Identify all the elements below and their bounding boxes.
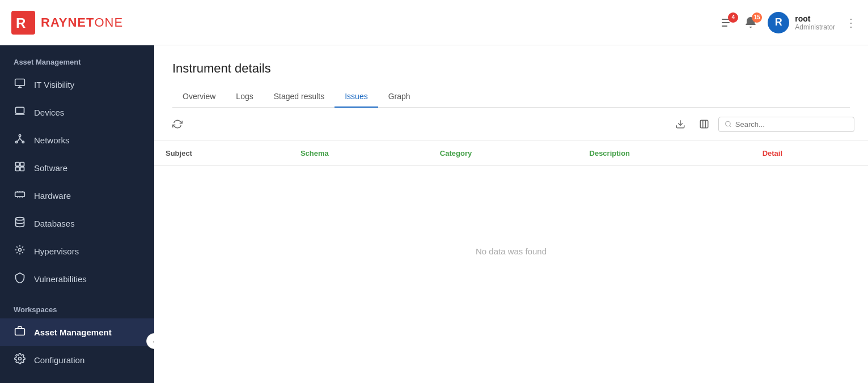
page-header: Instrument details Overview Logs Staged …: [154, 45, 868, 108]
user-role: Administrator: [795, 23, 835, 31]
col-description: Description: [578, 141, 751, 166]
avatar: R: [768, 12, 789, 33]
briefcase-icon: [14, 325, 26, 339]
sidebar-label-vulnerabilities: Vulnerabilities: [34, 274, 87, 284]
columns-icon: [699, 119, 709, 129]
tab-staged-results[interactable]: Staged results: [264, 86, 335, 108]
sidebar-label-hypervisors: Hypervisors: [34, 246, 79, 256]
tasks-button[interactable]: 4: [720, 16, 734, 29]
chevron-left-icon: ‹: [153, 337, 154, 346]
svg-point-10: [22, 141, 24, 143]
tab-graph[interactable]: Graph: [378, 86, 421, 108]
search-box[interactable]: [718, 117, 854, 132]
svg-point-8: [19, 135, 20, 137]
sidebar-label-devices: Devices: [34, 108, 64, 117]
sidebar-label-hardware: Hardware: [34, 191, 71, 201]
logo-text: RAYNETONE: [41, 15, 123, 30]
database-icon: [14, 216, 26, 231]
topbar-right: 4 15 R root Administrator ⋮: [720, 12, 857, 33]
data-table: Subject Schema Category Description Deta…: [154, 141, 868, 166]
logo-icon: R: [11, 11, 35, 35]
sidebar-item-asset-management[interactable]: Asset Management: [0, 318, 154, 346]
sidebar-section-workspaces: Workspaces: [0, 293, 154, 318]
user-menu[interactable]: R root Administrator: [768, 12, 835, 33]
user-info: root Administrator: [795, 14, 835, 31]
svg-rect-14: [20, 167, 24, 171]
svg-rect-11: [16, 163, 20, 167]
shield-icon: [14, 272, 26, 286]
logo[interactable]: R RAYNETONE: [11, 11, 123, 35]
col-schema: Schema: [289, 141, 429, 166]
empty-message: No data was found: [476, 246, 547, 256]
user-name: root: [795, 14, 835, 23]
software-icon: [14, 161, 26, 175]
hypervisor-icon: [14, 244, 26, 258]
col-category: Category: [429, 141, 578, 166]
hardware-icon: [14, 189, 26, 203]
gear-icon: [14, 353, 26, 367]
svg-rect-12: [20, 163, 24, 167]
sidebar-label-databases: Databases: [34, 219, 75, 228]
sidebar-label-networks: Networks: [34, 135, 70, 145]
svg-rect-18: [15, 329, 25, 335]
svg-rect-3: [722, 22, 730, 23]
topbar: R RAYNETONE 4 15 R root Administrator ⋮: [0, 0, 868, 45]
svg-point-19: [19, 358, 22, 360]
svg-point-24: [726, 121, 731, 126]
more-menu-button[interactable]: ⋮: [845, 16, 857, 29]
toolbar: [154, 108, 868, 141]
svg-text:R: R: [16, 15, 26, 31]
table-header-row: Subject Schema Category Description Deta…: [154, 141, 868, 166]
main-content: Instrument details Overview Logs Staged …: [154, 45, 868, 383]
svg-rect-15: [15, 192, 25, 197]
sidebar-item-software[interactable]: Software: [0, 154, 154, 182]
columns-button[interactable]: [695, 114, 714, 134]
svg-rect-7: [16, 107, 24, 113]
sidebar-label-software: Software: [34, 163, 67, 173]
sidebar-item-networks[interactable]: Networks: [0, 126, 154, 154]
svg-point-16: [16, 218, 24, 220]
monitor-icon: [14, 78, 26, 92]
sidebar-item-configuration[interactable]: Configuration: [0, 346, 154, 374]
sidebar-item-hardware[interactable]: Hardware: [0, 182, 154, 210]
tab-issues[interactable]: Issues: [335, 86, 378, 108]
svg-point-9: [16, 141, 18, 143]
sidebar-item-devices[interactable]: Devices: [0, 99, 154, 126]
svg-rect-6: [15, 79, 25, 86]
sidebar-label-it-visibility: IT Visibility: [34, 80, 74, 90]
svg-rect-21: [700, 120, 708, 128]
search-input[interactable]: [735, 120, 848, 129]
svg-rect-4: [722, 25, 727, 27]
svg-rect-13: [16, 167, 20, 171]
tab-overview[interactable]: Overview: [172, 86, 226, 108]
tasks-badge: 4: [728, 12, 738, 23]
sidebar-item-hypervisors[interactable]: Hypervisors: [0, 237, 154, 265]
sidebar-label-asset-management: Asset Management: [34, 327, 112, 337]
tab-logs[interactable]: Logs: [226, 86, 263, 108]
export-icon: [675, 119, 685, 129]
table-area: Subject Schema Category Description Deta…: [154, 141, 868, 383]
sidebar-item-vulnerabilities[interactable]: Vulnerabilities: [0, 265, 154, 293]
refresh-button[interactable]: [168, 114, 187, 134]
laptop-icon: [14, 105, 26, 120]
col-subject: Subject: [154, 141, 289, 166]
sidebar-section-asset-management: Asset Management: [0, 45, 154, 71]
export-button[interactable]: [671, 114, 690, 134]
search-icon: [725, 120, 732, 128]
notifications-button[interactable]: 15: [744, 16, 757, 29]
layout: Asset Management IT Visibility Devices N…: [0, 45, 868, 383]
sidebar: Asset Management IT Visibility Devices N…: [0, 45, 154, 383]
col-detail: Detail: [751, 141, 868, 166]
tabs: Overview Logs Staged results Issues Grap…: [172, 86, 850, 108]
sidebar-item-it-visibility[interactable]: IT Visibility: [0, 71, 154, 99]
page-title: Instrument details: [172, 61, 850, 76]
sidebar-item-databases[interactable]: Databases: [0, 210, 154, 237]
empty-state: No data was found: [154, 166, 868, 336]
svg-point-17: [19, 249, 22, 252]
refresh-icon: [172, 119, 183, 129]
network-icon: [14, 133, 26, 147]
sidebar-label-configuration: Configuration: [34, 355, 84, 365]
notifications-badge: 15: [752, 12, 762, 23]
